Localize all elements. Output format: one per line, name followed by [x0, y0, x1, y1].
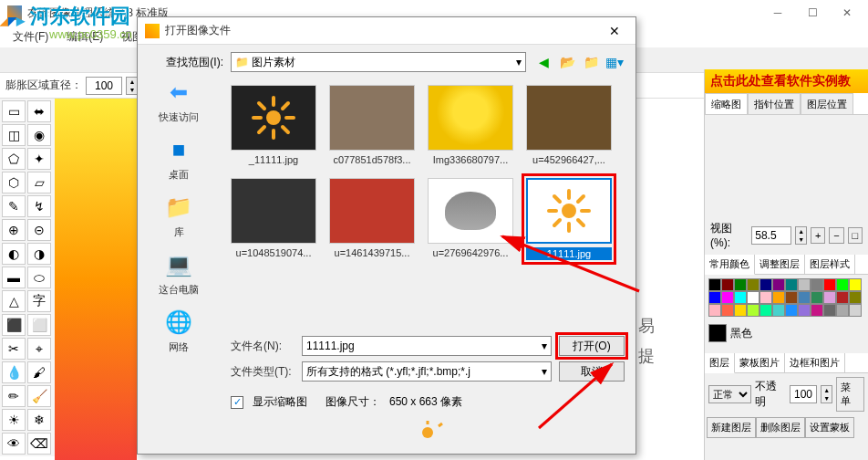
zoom-in-button[interactable]: +: [811, 227, 825, 244]
tool-button[interactable]: 🖌: [27, 361, 51, 383]
tool-button[interactable]: ✏: [2, 385, 26, 407]
color-swatch[interactable]: [823, 304, 836, 317]
tab-colors[interactable]: 常用颜色: [705, 255, 755, 275]
tool-button[interactable]: ⬜: [27, 314, 51, 336]
tool-button[interactable]: 💧: [2, 361, 26, 383]
tool-button[interactable]: ✦: [27, 148, 51, 170]
tool-button[interactable]: ☀: [2, 409, 26, 431]
tool-button[interactable]: ❄: [27, 409, 51, 431]
tool-button[interactable]: 🧹: [27, 385, 51, 407]
color-swatch[interactable]: [708, 278, 721, 291]
sidebar-place-item[interactable]: ■桌面: [164, 135, 193, 182]
tab-mask[interactable]: 蒙板图片: [735, 353, 785, 372]
tab-pointer[interactable]: 指针位置: [748, 93, 801, 114]
color-swatch[interactable]: [849, 278, 862, 291]
color-swatch[interactable]: [747, 278, 760, 291]
color-swatch[interactable]: [734, 304, 747, 317]
delete-layer-button[interactable]: 删除图层: [756, 417, 805, 438]
tool-button[interactable]: ▬: [2, 267, 26, 288]
tool-button[interactable]: ⬛: [2, 314, 26, 336]
blend-select[interactable]: 正常: [708, 385, 751, 403]
color-swatch[interactable]: [785, 278, 798, 291]
file-item[interactable]: Img336680797...: [428, 85, 513, 165]
file-item[interactable]: u=2769642976...: [428, 178, 513, 260]
tab-border[interactable]: 边框和图片: [785, 353, 845, 372]
sidebar-place-item[interactable]: ⬅快速访问: [159, 78, 199, 124]
tool-button[interactable]: ⬠: [2, 148, 26, 170]
tab-thumbnail[interactable]: 缩略图: [705, 93, 748, 114]
zoom-fit-button[interactable]: □: [848, 227, 863, 244]
filename-input[interactable]: 11111.jpg▾: [302, 336, 552, 356]
tab-layerpos[interactable]: 图层位置: [801, 93, 853, 114]
color-swatch[interactable]: [721, 278, 734, 291]
color-swatch[interactable]: [734, 291, 747, 304]
tool-button[interactable]: ◫: [2, 124, 26, 146]
sidebar-place-item[interactable]: 💻这台电脑: [159, 250, 199, 297]
color-swatch[interactable]: [836, 291, 849, 304]
zoom-spinner[interactable]: ▲▼: [795, 226, 807, 245]
new-folder-button[interactable]: 📁: [581, 52, 601, 72]
tool-button[interactable]: ⊕: [2, 219, 26, 241]
color-swatch[interactable]: [836, 278, 849, 291]
tool-button[interactable]: 字: [27, 290, 51, 312]
open-button[interactable]: 打开(O): [559, 336, 625, 356]
tool-button[interactable]: ⌖: [27, 338, 51, 360]
color-swatch[interactable]: [798, 291, 811, 304]
color-swatch[interactable]: [708, 291, 721, 304]
file-item[interactable]: 11111.jpg: [526, 178, 612, 260]
minimize-button[interactable]: ─: [764, 4, 791, 22]
file-item[interactable]: _11111.jpg: [231, 85, 316, 165]
color-swatch[interactable]: [760, 291, 772, 304]
set-mask-button[interactable]: 设置蒙板: [805, 417, 854, 438]
file-item[interactable]: u=1461439715...: [329, 178, 415, 260]
color-swatch[interactable]: [785, 304, 798, 317]
back-button[interactable]: ◀: [533, 52, 553, 72]
color-swatch[interactable]: [721, 291, 734, 304]
color-swatch[interactable]: [836, 304, 849, 317]
dialog-close-button[interactable]: ✕: [601, 20, 628, 42]
color-swatch[interactable]: [785, 291, 798, 304]
view-button[interactable]: ▦▾: [604, 52, 625, 72]
close-button[interactable]: ✕: [833, 4, 861, 22]
color-swatch[interactable]: [811, 291, 823, 304]
color-swatch[interactable]: [823, 291, 836, 304]
color-swatch[interactable]: [849, 291, 862, 304]
tool-button[interactable]: ↯: [27, 195, 51, 217]
file-item[interactable]: u=1048519074...: [231, 178, 316, 260]
tutorial-banner[interactable]: 点击此处查看软件实例教: [705, 69, 868, 93]
opacity-input[interactable]: [790, 385, 817, 403]
zoom-out-button[interactable]: −: [829, 227, 843, 244]
up-button[interactable]: 📂: [557, 52, 577, 72]
color-swatch[interactable]: [708, 304, 721, 317]
layer-menu-button[interactable]: 菜单: [836, 377, 864, 412]
current-color-swatch[interactable]: [708, 324, 727, 342]
file-item[interactable]: u=452966427,...: [526, 85, 612, 165]
color-swatch[interactable]: [798, 304, 811, 317]
color-swatch[interactable]: [747, 291, 760, 304]
new-layer-button[interactable]: 新建图层: [707, 417, 756, 438]
tool-button[interactable]: ⌫: [27, 433, 51, 455]
tool-button[interactable]: ⊝: [27, 219, 51, 241]
tool-button[interactable]: ✎: [2, 195, 26, 217]
sidebar-place-item[interactable]: 🌐网络: [164, 308, 193, 354]
menu-file[interactable]: 文件(F): [5, 27, 56, 47]
file-item[interactable]: c077851d578f3...: [329, 85, 415, 165]
color-swatch[interactable]: [734, 278, 747, 291]
preview-checkbox[interactable]: ✓: [231, 396, 243, 409]
opacity-spinner[interactable]: ▲▼: [821, 385, 832, 403]
color-swatch[interactable]: [760, 278, 772, 291]
tab-style[interactable]: 图层样式: [805, 255, 855, 274]
color-swatch[interactable]: [811, 304, 823, 317]
tool-button[interactable]: ◑: [27, 243, 51, 265]
cancel-button[interactable]: 取消: [559, 361, 625, 382]
sidebar-place-item[interactable]: 📁库: [164, 193, 193, 239]
tool-button[interactable]: ⬌: [27, 100, 51, 122]
color-swatch[interactable]: [823, 278, 836, 291]
tool-button[interactable]: ◐: [2, 243, 26, 265]
tab-adjust[interactable]: 调整图层: [755, 255, 805, 274]
zoom-input[interactable]: [751, 226, 791, 245]
color-swatch[interactable]: [811, 278, 823, 291]
tool-button[interactable]: ⬭: [27, 267, 51, 288]
filetype-select[interactable]: 所有支持的格式 (*.yfl;*.jfl;*.bmp;*.j▾: [302, 361, 552, 382]
color-swatch[interactable]: [772, 291, 785, 304]
